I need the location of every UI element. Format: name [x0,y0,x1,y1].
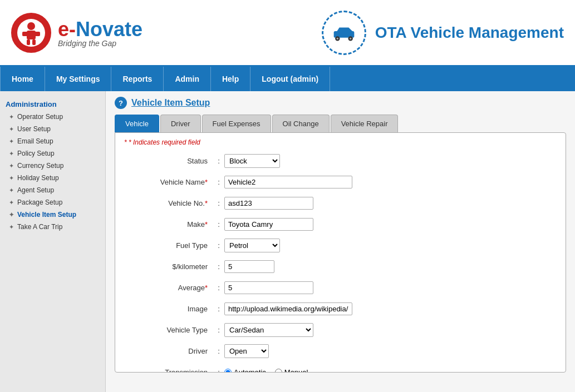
label-vehicle-name: Vehicle Name* [124,178,213,186]
form-row-make: Make* : [124,216,557,232]
sidebar-item-holiday-setup[interactable]: ✦ Holiday Setup [0,172,105,184]
main-nav: Home My Settings Reports Admin Help Logo… [0,67,575,91]
tab-bar: Vehicle Driver Fuel Expenses Oil Change … [115,115,566,132]
input-average[interactable] [224,281,313,294]
label-vehicle-no: Vehicle No.* [124,199,213,207]
select-vehicle-type[interactable]: Car/Sedan SUV Truck Van [224,323,313,337]
help-icon[interactable]: ? [115,97,127,109]
nav-my-settings[interactable]: My Settings [45,67,112,91]
svg-rect-4 [27,39,30,45]
nav-admin[interactable]: Admin [164,67,211,91]
label-status: Status [124,157,213,165]
label-average: Average* [124,284,213,292]
logo-text: e-Novate Bridging the Gap [58,18,142,48]
input-vehicle-name[interactable] [224,176,352,188]
select-fuel-type[interactable]: Petrol Diesel Electric [224,239,280,252]
form-scroll-area[interactable]: * * Indicates required field Status : Bl… [115,133,566,372]
form-row-fuel-type: Fuel Type : Petrol Diesel Electric [124,237,557,253]
label-dollar-per-km: $/kilometer [124,262,213,271]
svg-rect-2 [22,32,28,36]
sidebar-section-title: Administration [0,97,105,111]
input-make[interactable] [224,218,313,231]
select-driver[interactable]: Open Assigned [224,344,269,358]
nav-reports[interactable]: Reports [111,67,164,91]
form-row-image: Image : [124,301,557,316]
logo-left: e-Novate Bridging the Gap [11,13,142,53]
tab-vehicle[interactable]: Vehicle [115,115,159,132]
tab-fuel-expenses[interactable]: Fuel Expenses [202,115,271,132]
brand-name: e-Novate [58,18,142,41]
sidebar-item-policy-setup[interactable]: ✦ Policy Setup [0,147,105,160]
sidebar-label-currency-setup: Currency Setup [17,162,63,170]
bullet-icon: ✦ [9,199,14,206]
input-dollar-per-km[interactable] [224,260,274,273]
svg-point-0 [27,22,35,30]
sidebar-item-operator-setup[interactable]: ✦ Operator Setup [0,111,105,123]
brand-icon [19,21,43,45]
sidebar-label-agent-setup: Agent Setup [17,186,54,194]
sidebar-item-currency-setup[interactable]: ✦ Currency Setup [0,160,105,172]
tab-vehicle-repair[interactable]: Vehicle Repair [331,115,399,132]
radio-manual-input[interactable] [275,369,282,373]
svg-point-11 [350,37,351,39]
label-driver: Driver [124,347,213,355]
sidebar-item-vehicle-item-setup[interactable]: ✦ Vehicle Item Setup [0,209,105,221]
radio-automatic-input[interactable] [224,369,232,373]
logo-icon [11,13,51,53]
logo-right: OTA Vehicle Management [322,11,564,55]
radio-automatic-label: Automatic [234,368,266,373]
svg-rect-1 [27,31,36,39]
sidebar-label-user-setup: User Setup [17,125,51,133]
form-row-average: Average* : [124,280,557,295]
radio-automatic[interactable]: Automatic [224,368,266,373]
sidebar: Administration ✦ Operator Setup ✦ User S… [0,91,106,392]
sidebar-item-agent-setup[interactable]: ✦ Agent Setup [0,184,105,196]
required-note: * * Indicates required field [124,138,557,146]
sidebar-item-email-setup[interactable]: ✦ Email Setup [0,135,105,147]
nav-help[interactable]: Help [211,67,250,91]
car-icon [330,24,358,41]
bullet-icon: ✦ [9,224,14,231]
form-row-vehicle-type: Vehicle Type : Car/Sedan SUV Truck Van [124,322,557,338]
sidebar-item-package-setup[interactable]: ✦ Package Setup [0,196,105,209]
nav-logout[interactable]: Logout (admin) [250,67,330,91]
transmission-radio-group: Automatic Manual [224,368,557,373]
tab-driver[interactable]: Driver [160,115,201,132]
bullet-icon: ✦ [9,138,14,145]
page-title-row: ? Vehicle Item Setup [115,97,566,109]
sidebar-label-vehicle-item-setup: Vehicle Item Setup [17,211,76,219]
form-row-vehicle-no: Vehicle No.* : [124,195,557,211]
tab-oil-change[interactable]: Oil Change [272,115,330,132]
car-logo [322,11,366,55]
main-layout: Administration ✦ Operator Setup ✦ User S… [0,91,575,392]
svg-point-10 [336,37,338,39]
bullet-icon: ✦ [9,211,14,219]
header: e-Novate Bridging the Gap OTA Vehicle Ma… [0,0,575,67]
svg-marker-7 [337,27,352,31]
form-row-driver: Driver : Open Assigned [124,343,557,359]
label-fuel-type: Fuel Type [124,241,213,250]
sidebar-label-operator-setup: Operator Setup [17,113,63,121]
sidebar-label-holiday-setup: Holiday Setup [17,174,59,182]
page-title: Vehicle Item Setup [131,98,210,108]
nav-home[interactable]: Home [0,67,45,91]
bullet-icon: ✦ [9,113,14,121]
select-status[interactable]: Block Active [224,154,280,168]
input-image[interactable] [224,302,352,315]
form-row-vehicle-name: Vehicle Name* : [124,174,557,190]
brand-tagline: Bridging the Gap [58,39,142,48]
label-image: Image [124,305,213,313]
radio-manual[interactable]: Manual [275,368,308,373]
form-panel: * * Indicates required field Status : Bl… [115,132,566,373]
sidebar-item-take-a-car-trip[interactable]: ✦ Take A Car Trip [0,221,105,233]
bullet-icon: ✦ [9,150,14,157]
sidebar-item-user-setup[interactable]: ✦ User Setup [0,123,105,135]
sidebar-label-take-a-car-trip: Take A Car Trip [17,223,62,231]
sidebar-label-package-setup: Package Setup [17,199,62,206]
ota-title: OTA Vehicle Management [375,23,564,42]
svg-rect-5 [32,39,36,45]
value-status: Block Active [224,154,557,168]
form-row-dollar-per-km: $/kilometer : [124,259,557,274]
input-vehicle-no[interactable] [224,197,313,210]
label-make: Make* [124,220,213,229]
